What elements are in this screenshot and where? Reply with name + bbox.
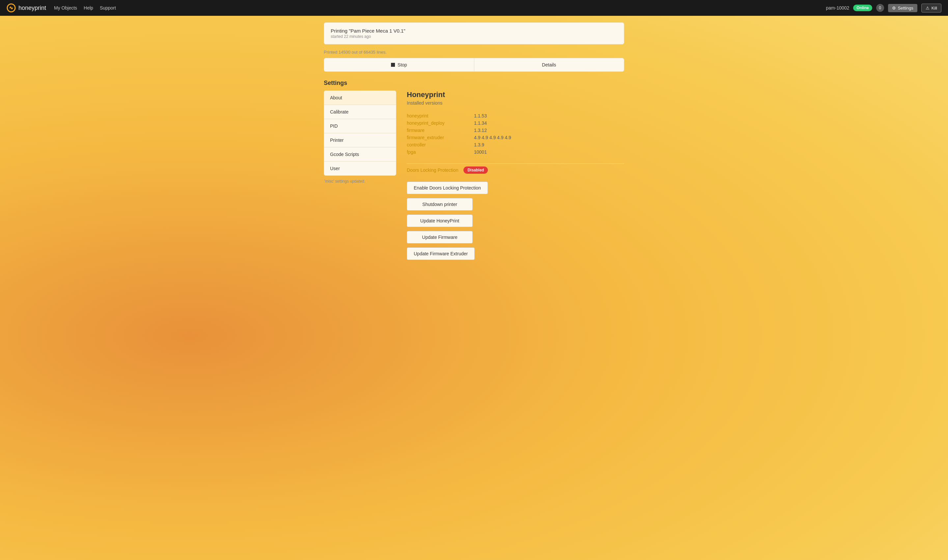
nav-support[interactable]: Support: [100, 5, 116, 11]
version-row-fpga: fpga 10001: [407, 148, 624, 155]
version-val-firmware-extruder: 4.9 4.9 4.9 4.9 4.9: [474, 135, 511, 140]
progress-line: Printed 14500 out of 66435 lines.: [324, 50, 624, 55]
version-row-firmware-extruder: firmware_extruder 4.9 4.9 4.9 4.9 4.9: [407, 134, 624, 141]
doors-row: Doors Locking Protection Disabled: [407, 163, 624, 174]
version-val-honeyprint: 1.1.53: [474, 113, 487, 118]
settings-button[interactable]: ⚙ Settings: [888, 4, 917, 12]
brand: honeyprint: [6, 3, 46, 12]
printer-id: pam-10002: [826, 5, 849, 11]
sidebar-item-user[interactable]: User: [324, 162, 396, 175]
settings-main: Honeyprint Installed versions honeyprint…: [396, 91, 624, 260]
sidebar-item-pid[interactable]: PID: [324, 119, 396, 133]
brand-name: honeyprint: [19, 5, 46, 12]
details-label: Details: [542, 62, 556, 68]
print-subtitle: started 22 minutes ago: [331, 34, 617, 39]
settings-heading: Settings: [324, 80, 624, 86]
enable-doors-button[interactable]: Enable Doors Locking Protection: [407, 182, 488, 194]
stop-button[interactable]: Stop: [324, 58, 474, 71]
version-val-firmware: 1.3.12: [474, 128, 487, 133]
update-firmware-extruder-button[interactable]: Update Firmware Extruder: [407, 248, 475, 260]
print-title: Printing "Pam Piece Meca 1 V0.1": [331, 28, 617, 34]
doors-label: Doors Locking Protection: [407, 168, 458, 173]
version-row-deploy: honeyprint_deploy 1.1.34: [407, 120, 624, 127]
version-val-deploy: 1.1.34: [474, 120, 487, 126]
version-key-firmware-extruder: firmware_extruder: [407, 135, 466, 140]
action-bar: Stop Details: [324, 58, 624, 72]
versions-table: honeyprint 1.1.53 honeyprint_deploy 1.1.…: [407, 112, 624, 155]
navbar-links: My Objects Help Support: [54, 5, 818, 11]
nav-my-objects[interactable]: My Objects: [54, 5, 77, 11]
version-key-fpga: fpga: [407, 149, 466, 155]
sidebar-item-printer[interactable]: Printer: [324, 133, 396, 148]
update-firmware-button[interactable]: Update Firmware: [407, 231, 473, 243]
nav-help[interactable]: Help: [84, 5, 93, 11]
version-val-fpga: 10001: [474, 149, 487, 155]
panel-title: Honeyprint: [407, 91, 624, 99]
settings-section: About Calibrate PID Printer Gcode Script…: [324, 91, 624, 260]
version-row-firmware: firmware 1.3.12: [407, 127, 624, 134]
sidebar-status: 'misc' settings updated.: [324, 179, 396, 184]
settings-label: Settings: [898, 6, 913, 11]
status-badge: Online: [853, 5, 872, 11]
version-row-honeyprint: honeyprint 1.1.53: [407, 112, 624, 120]
sidebar-item-about[interactable]: About: [324, 91, 396, 105]
stop-label: Stop: [398, 62, 407, 68]
notification-badge[interactable]: 0: [876, 4, 884, 12]
print-banner: Printing "Pam Piece Meca 1 V0.1" started…: [324, 22, 624, 45]
main-content: Printing "Pam Piece Meca 1 V0.1" started…: [316, 16, 632, 266]
version-key-honeyprint: honeyprint: [407, 113, 466, 118]
doors-status-badge: Disabled: [463, 166, 488, 174]
navbar: honeyprint My Objects Help Support pam-1…: [0, 0, 948, 16]
warning-icon: ⚠: [926, 6, 929, 11]
version-key-controller: controller: [407, 142, 466, 148]
brand-logo-icon: [6, 3, 16, 12]
sidebar-nav: About Calibrate PID Printer Gcode Script…: [324, 91, 396, 176]
sidebar-item-calibrate[interactable]: Calibrate: [324, 105, 396, 119]
version-row-controller: controller 1.3.9: [407, 141, 624, 148]
stop-icon: [391, 63, 395, 67]
kill-label: Kill: [931, 6, 937, 11]
update-honeyprint-button[interactable]: Update HoneyPrint: [407, 214, 473, 227]
version-key-deploy: honeyprint_deploy: [407, 120, 466, 126]
action-buttons: Enable Doors Locking Protection Shutdown…: [407, 182, 624, 260]
panel-subtitle: Installed versions: [407, 100, 624, 106]
kill-button[interactable]: ⚠ Kill: [921, 4, 942, 12]
gear-icon: ⚙: [892, 6, 896, 11]
navbar-right: pam-10002 Online 0 ⚙ Settings ⚠ Kill: [826, 4, 942, 12]
sidebar-item-gcode-scripts[interactable]: Gcode Scripts: [324, 148, 396, 162]
shutdown-printer-button[interactable]: Shutdown printer: [407, 198, 473, 211]
version-val-controller: 1.3.9: [474, 142, 484, 148]
version-key-firmware: firmware: [407, 128, 466, 133]
settings-sidebar: About Calibrate PID Printer Gcode Script…: [324, 91, 396, 260]
details-button[interactable]: Details: [474, 58, 624, 71]
